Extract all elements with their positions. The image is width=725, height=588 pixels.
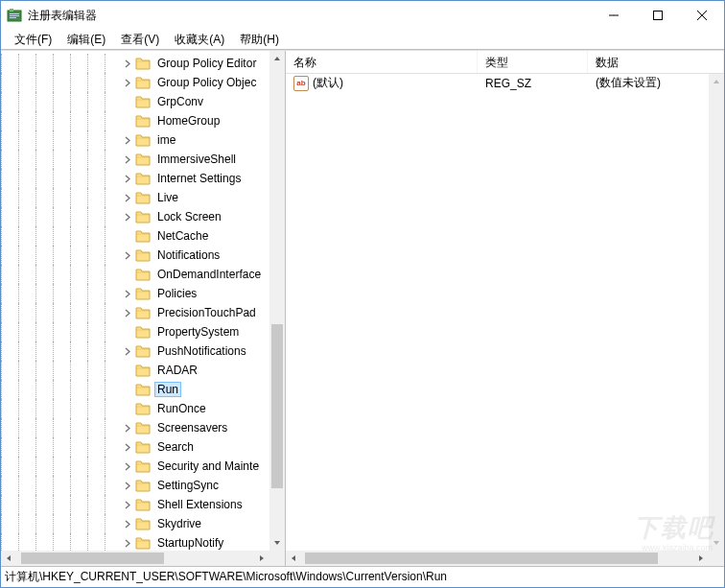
- window-title: 注册表编辑器: [28, 8, 592, 24]
- menu-help[interactable]: 帮助(H): [232, 30, 287, 50]
- svg-marker-12: [260, 555, 264, 561]
- list-hscrollbar[interactable]: [286, 551, 709, 566]
- tree-item[interactable]: PrecisionTouchPad: [1, 303, 269, 322]
- column-header-data[interactable]: 数据: [588, 51, 724, 73]
- list-row[interactable]: ab(默认)REG_SZ(数值未设置): [286, 74, 709, 92]
- scroll-right-icon[interactable]: [254, 551, 269, 566]
- folder-icon: [135, 364, 151, 377]
- scroll-corner: [709, 551, 724, 566]
- scroll-up-icon[interactable]: [269, 51, 285, 66]
- chevron-right-icon[interactable]: [122, 307, 133, 318]
- tree-item[interactable]: Live: [1, 188, 269, 207]
- value-name: (默认): [313, 75, 343, 91]
- tree-item[interactable]: ime: [1, 130, 269, 150]
- vscroll-thumb[interactable]: [271, 324, 283, 488]
- value-data: (数值未设置): [588, 75, 709, 91]
- chevron-right-icon[interactable]: [122, 192, 133, 203]
- column-header-name[interactable]: 名称: [286, 51, 478, 73]
- column-header-type[interactable]: 类型: [478, 51, 588, 73]
- tree-item-label: StartupNotify: [154, 535, 226, 551]
- chevron-right-icon[interactable]: [122, 153, 133, 165]
- chevron-right-icon[interactable]: [122, 134, 133, 146]
- tree-hscrollbar[interactable]: [1, 551, 269, 566]
- chevron-right-icon[interactable]: [122, 441, 133, 453]
- chevron-right-icon[interactable]: [122, 77, 133, 88]
- tree-item-label: Screensavers: [154, 420, 230, 435]
- tree-item[interactable]: RunOnce: [1, 399, 269, 418]
- tree-item[interactable]: Lock Screen: [1, 207, 269, 226]
- scroll-right-icon[interactable]: [693, 551, 709, 566]
- tree-spacer: [122, 365, 133, 376]
- scroll-left-icon[interactable]: [286, 551, 301, 566]
- hscroll-thumb[interactable]: [305, 553, 658, 564]
- tree-item[interactable]: Skydrive: [1, 514, 269, 533]
- tree-scroll-area[interactable]: Group Policy EditorGroup Policy ObjecGrp…: [1, 51, 269, 551]
- tree-vscrollbar[interactable]: [269, 51, 285, 551]
- tree-item-label: Run: [154, 382, 181, 397]
- menu-view[interactable]: 查看(V): [113, 30, 167, 50]
- scroll-up-icon[interactable]: [709, 74, 724, 89]
- chevron-right-icon[interactable]: [122, 288, 133, 299]
- maximize-button[interactable]: [636, 1, 680, 30]
- tree-spacer: [122, 96, 133, 107]
- svg-marker-13: [713, 80, 719, 83]
- tree-item[interactable]: RADAR: [1, 361, 269, 380]
- tree-item[interactable]: Screensavers: [1, 418, 269, 437]
- string-value-icon: ab: [293, 76, 309, 91]
- minimize-button[interactable]: [592, 1, 636, 30]
- scroll-down-icon[interactable]: [709, 535, 724, 551]
- tree-item[interactable]: Security and Mainte: [1, 457, 269, 476]
- menu-file[interactable]: 文件(F): [7, 30, 59, 50]
- vscroll-track[interactable]: [269, 66, 285, 535]
- chevron-right-icon[interactable]: [122, 249, 133, 261]
- folder-icon: [135, 268, 151, 281]
- chevron-right-icon[interactable]: [122, 211, 133, 223]
- folder-icon: [135, 421, 151, 435]
- tree-item[interactable]: PushNotifications: [1, 341, 269, 361]
- titlebar: 注册表编辑器: [1, 1, 724, 30]
- folder-icon: [135, 383, 151, 396]
- tree-item[interactable]: Internet Settings: [1, 169, 269, 188]
- scroll-left-icon[interactable]: [1, 551, 16, 566]
- hscroll-track[interactable]: [301, 551, 693, 566]
- tree-item[interactable]: HomeGroup: [1, 111, 269, 130]
- chevron-right-icon[interactable]: [122, 422, 133, 434]
- tree-item[interactable]: StartupNotify: [1, 533, 269, 551]
- tree-item[interactable]: GrpConv: [1, 92, 269, 111]
- tree-pane: Group Policy EditorGroup Policy ObjecGrp…: [1, 51, 286, 566]
- hscroll-thumb[interactable]: [21, 553, 164, 564]
- chevron-right-icon[interactable]: [122, 480, 133, 491]
- chevron-right-icon[interactable]: [122, 345, 133, 357]
- chevron-right-icon[interactable]: [122, 499, 133, 510]
- tree-item[interactable]: Notifications: [1, 246, 269, 265]
- tree-item-label: Skydrive: [154, 516, 204, 531]
- tree-spacer: [122, 326, 133, 338]
- tree-item[interactable]: NetCache: [1, 226, 269, 246]
- tree-item[interactable]: OnDemandInterface: [1, 265, 269, 284]
- tree-item[interactable]: Group Policy Editor: [1, 54, 269, 73]
- hscroll-track[interactable]: [16, 551, 254, 566]
- chevron-right-icon[interactable]: [122, 173, 133, 184]
- tree-item[interactable]: Search: [1, 437, 269, 457]
- chevron-right-icon[interactable]: [122, 518, 133, 529]
- chevron-right-icon[interactable]: [122, 58, 133, 69]
- chevron-right-icon[interactable]: [122, 460, 133, 472]
- tree-item-label: Live: [154, 190, 181, 205]
- close-button[interactable]: [680, 1, 724, 30]
- vscroll-track[interactable]: [709, 89, 724, 535]
- scroll-down-icon[interactable]: [269, 535, 285, 551]
- tree-item[interactable]: PropertySystem: [1, 322, 269, 341]
- scroll-corner: [269, 551, 285, 566]
- tree-item[interactable]: Group Policy Objec: [1, 73, 269, 92]
- list-vscrollbar[interactable]: [709, 74, 724, 551]
- tree-item[interactable]: Shell Extensions: [1, 495, 269, 514]
- tree-item-label: RunOnce: [154, 401, 209, 416]
- tree-item[interactable]: ImmersiveShell: [1, 150, 269, 169]
- menu-favorites[interactable]: 收藏夹(A): [167, 30, 232, 50]
- menu-edit[interactable]: 编辑(E): [59, 30, 113, 50]
- list-body[interactable]: ab(默认)REG_SZ(数值未设置): [286, 74, 709, 551]
- chevron-right-icon[interactable]: [122, 537, 133, 549]
- tree-item[interactable]: Run: [1, 380, 269, 399]
- tree-item[interactable]: Policies: [1, 284, 269, 303]
- tree-item[interactable]: SettingSync: [1, 476, 269, 495]
